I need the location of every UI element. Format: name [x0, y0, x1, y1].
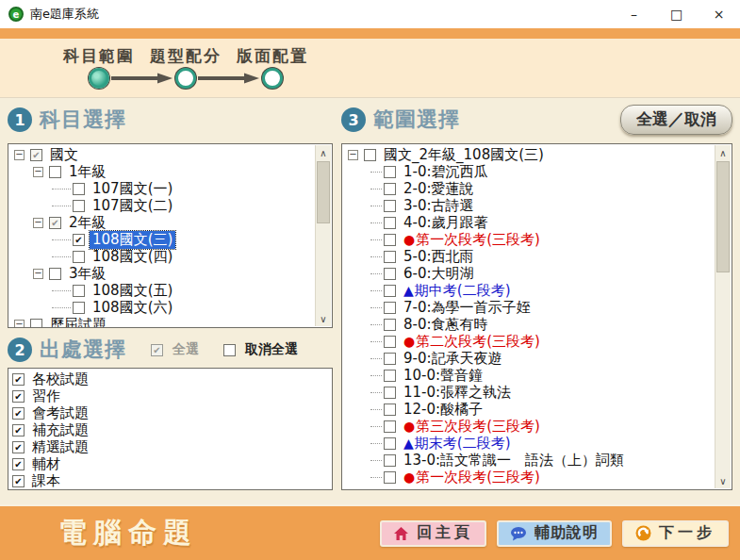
tree-item-label[interactable]: 107國文(一) — [90, 180, 175, 198]
select-all-option[interactable]: ✔ 全選 — [149, 341, 199, 358]
tree-checkbox[interactable] — [49, 268, 61, 280]
tree-item-label[interactable]: ●第三次段考(三段考) — [401, 418, 543, 436]
range-tree-row[interactable]: 8-0:食蔥有時 — [342, 316, 732, 333]
tree-item-label[interactable]: 6-0:大明湖 — [401, 265, 477, 283]
range-tree-row[interactable]: 1-0:碧沉西瓜 — [342, 163, 732, 180]
tree-checkbox[interactable] — [384, 437, 396, 450]
subject-tree-row[interactable]: −1年級 — [8, 163, 332, 180]
tree-checkbox[interactable]: ✔ — [49, 217, 61, 229]
tree-item-label[interactable]: 3年級 — [66, 265, 109, 283]
range-tree-row[interactable]: 9-0:記承天夜遊 — [342, 350, 732, 367]
tree-checkbox[interactable] — [384, 370, 396, 382]
help-button[interactable]: 輔助說明 — [497, 520, 612, 547]
source-item-label[interactable]: 輔材 — [29, 455, 63, 473]
tree-item-label[interactable]: 4-0:歲月跟著 — [401, 214, 491, 232]
source-list-item[interactable]: ✔習作 — [8, 387, 332, 404]
source-list-item[interactable]: ✔輔材 — [8, 455, 332, 472]
scrollbar[interactable]: ∧∨ — [715, 145, 731, 488]
range-tree-row[interactable]: 13-0:語文常識一 語法（上）詞類 — [342, 452, 732, 469]
tree-item-label[interactable]: 7-0:為學一首示子姪 — [401, 299, 534, 317]
source-checkbox[interactable]: ✔ — [12, 424, 25, 436]
tree-checkbox[interactable] — [30, 319, 42, 329]
tree-item-label[interactable]: ▲期末考(二段考) — [401, 435, 514, 453]
source-list-item[interactable]: ✔補充試題 — [8, 421, 332, 438]
tree-item-label[interactable]: 1-0:碧沉西瓜 — [401, 163, 491, 181]
scrollbar-thumb[interactable] — [317, 161, 330, 223]
tree-item-label[interactable]: ●第一次段考(三段考) — [401, 231, 543, 249]
tree-item-label[interactable]: 11-0:張釋之執法 — [401, 384, 514, 402]
source-checkbox[interactable]: ✔ — [12, 458, 25, 470]
tree-item-label[interactable]: 9-0:記承天夜遊 — [401, 350, 505, 368]
tree-item-label[interactable]: 國文 — [47, 146, 81, 164]
source-list-item[interactable]: ✔各校試題 — [8, 371, 332, 387]
tree-item-label[interactable]: 國文_2年級_108國文(三) — [381, 146, 547, 164]
tree-checkbox[interactable] — [384, 183, 396, 195]
tree-item-label[interactable]: ▲期中考(二段考) — [401, 282, 514, 300]
subject-tree-row[interactable]: 108國文(四) — [8, 248, 332, 265]
source-item-label[interactable]: 補充試題 — [29, 421, 91, 439]
range-tree-row[interactable]: 12-0:酸橘子 — [342, 401, 732, 418]
source-list-item[interactable]: ✔課本 — [8, 472, 332, 489]
subject-tree-row[interactable]: −✔2年級 — [8, 214, 332, 231]
tree-checkbox[interactable] — [384, 285, 396, 297]
subject-tree-row[interactable]: 108國文(五) — [8, 282, 332, 299]
tree-checkbox[interactable] — [384, 353, 396, 365]
tree-checkbox[interactable] — [384, 302, 396, 314]
select-all-checkbox[interactable]: ✔ — [151, 344, 163, 356]
home-button[interactable]: 回主頁 — [380, 520, 486, 547]
tree-item-label[interactable]: 歷屆試題 — [47, 316, 109, 329]
tree-checkbox[interactable] — [73, 302, 85, 314]
tree-item-label[interactable]: ●第二次段考(三段考) — [401, 333, 543, 351]
tree-checkbox[interactable] — [384, 268, 396, 280]
tree-checkbox[interactable] — [384, 200, 396, 212]
range-tree-row[interactable]: 3-0:古詩選 — [342, 197, 732, 214]
tree-item-label[interactable]: 1年級 — [66, 163, 109, 181]
subject-tree-row[interactable]: 107國文(一) — [8, 180, 332, 197]
scroll-up-button[interactable]: ∧ — [316, 145, 331, 160]
expand-toggle-icon[interactable]: − — [14, 150, 25, 160]
source-item-label[interactable]: 各校試題 — [29, 371, 91, 388]
tree-checkbox[interactable] — [73, 285, 85, 297]
range-tree-row[interactable]: 10-0:聲音鐘 — [342, 367, 732, 384]
tree-checkbox[interactable] — [384, 251, 396, 263]
subject-tree-row[interactable]: ✔108國文(三) — [8, 231, 332, 248]
range-tree-row[interactable]: ●第一次段考(三段考) — [342, 469, 732, 486]
tree-checkbox[interactable]: ✔ — [73, 234, 85, 246]
deselect-all-checkbox[interactable] — [223, 344, 236, 356]
tree-item-label[interactable]: 108國文(五) — [90, 282, 175, 300]
range-tree-row[interactable]: ▲期中考(二段考) — [342, 282, 732, 299]
select-toggle-all-button[interactable]: 全選／取消 — [620, 105, 732, 135]
scrollbar[interactable]: ∧∨ — [315, 145, 331, 326]
subject-tree-row[interactable]: −歷屆試題 — [8, 316, 332, 328]
range-tree-row[interactable]: ●第三次段考(三段考) — [342, 418, 732, 435]
tree-item-label[interactable]: 108國文(三) — [90, 231, 175, 249]
range-tree-row[interactable]: 6-0:大明湖 — [342, 265, 732, 282]
tree-item-label[interactable]: 10-0:聲音鐘 — [401, 367, 485, 385]
tree-item-label[interactable]: 8-0:食蔥有時 — [401, 316, 491, 334]
tree-checkbox[interactable] — [384, 420, 396, 433]
tree-checkbox[interactable] — [384, 404, 396, 416]
deselect-all-option[interactable]: 取消全選 — [222, 341, 298, 358]
tree-item-label[interactable]: 108國文(四) — [90, 248, 175, 266]
range-tree-row[interactable]: ●第一次段考(三段考) — [342, 231, 732, 248]
subject-tree-row[interactable]: 107國文(二) — [8, 197, 332, 214]
close-button[interactable]: × — [698, 0, 740, 28]
tree-item-label[interactable]: 12-0:酸橘子 — [401, 401, 485, 419]
source-checkbox[interactable]: ✔ — [12, 407, 25, 420]
tree-item-label[interactable]: 107國文(二) — [90, 197, 175, 215]
expand-toggle-icon[interactable]: − — [33, 167, 43, 177]
source-checkbox[interactable]: ✔ — [12, 441, 25, 453]
source-checkbox[interactable]: ✔ — [12, 475, 25, 487]
tree-checkbox[interactable] — [384, 319, 396, 331]
subject-tree-row[interactable]: −✔國文 — [8, 146, 332, 163]
expand-toggle-icon[interactable]: − — [348, 150, 358, 160]
scrollbar-thumb[interactable] — [716, 161, 730, 272]
source-list-item[interactable]: ✔會考試題 — [8, 404, 332, 421]
source-item-label[interactable]: 習作 — [29, 387, 63, 405]
tree-checkbox[interactable] — [73, 200, 85, 212]
maximize-button[interactable]: □ — [655, 0, 698, 28]
source-checkbox[interactable]: ✔ — [12, 373, 25, 386]
tree-checkbox[interactable] — [384, 234, 396, 246]
range-tree-row[interactable]: 7-0:為學一首示子姪 — [342, 299, 732, 316]
tree-checkbox[interactable] — [384, 471, 396, 484]
